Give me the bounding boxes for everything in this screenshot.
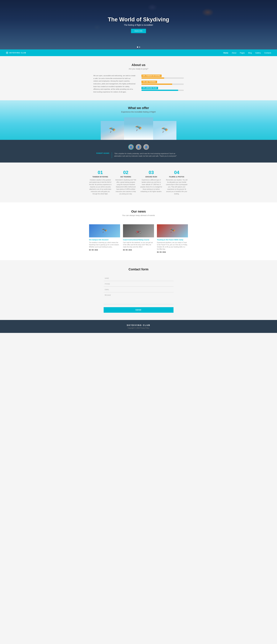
news-date-3: 08 / 09 / 2016 bbox=[157, 251, 188, 253]
service-iad: 02 IAD TRAINING Interested in skydiving … bbox=[115, 170, 137, 195]
message-field[interactable] bbox=[104, 293, 173, 304]
navbar: ✦ SKYDIVING CLUB Home About Pages Blog G… bbox=[0, 50, 277, 56]
bar-tandem-fill bbox=[141, 78, 164, 79]
hero-dot-2[interactable] bbox=[139, 46, 140, 48]
service-number-4: 04 bbox=[165, 170, 188, 175]
nav-about[interactable]: About bbox=[232, 52, 236, 54]
service-desc-2: Interested in skydiving solo? We offer a… bbox=[115, 179, 137, 195]
service-number-3: 03 bbox=[140, 170, 163, 175]
bar-iad-fill bbox=[141, 84, 172, 85]
hero-subtitle: The feeling of flight is incredible! bbox=[108, 24, 169, 26]
skydiver-icon-2: 🪂 bbox=[135, 125, 142, 132]
footer-brand: SKYDIVING CLUB bbox=[6, 324, 271, 326]
testimonial-quote: "Did a skydive for charity yesterday, an… bbox=[114, 152, 181, 158]
service-title-2: IAD TRAINING bbox=[115, 176, 137, 178]
skydiver-icon-3: 🪂 bbox=[161, 127, 168, 134]
service-desc-1: A tandem skydive is the quickest and eas… bbox=[89, 179, 112, 195]
about-text: We are open, accessible and welcoming, w… bbox=[93, 74, 136, 93]
hero-dots bbox=[137, 46, 140, 48]
news-date-1: 08 / 09 / 2016 bbox=[89, 249, 120, 251]
footer-copy: Copyright © | 2016 Privacy Policy bbox=[6, 327, 271, 329]
bar-ground: 87% GROUND RUSH bbox=[141, 86, 184, 91]
contact-form: SEND bbox=[104, 276, 173, 313]
avatar-3[interactable]: 👤 bbox=[143, 144, 149, 150]
news-image-3: 🪂 bbox=[157, 224, 188, 238]
news-desc-2: Can't wait for the weekend, so you can g… bbox=[123, 242, 154, 248]
news-card-1: 🪂 On-Campus Info Session! The weather is… bbox=[89, 224, 120, 253]
testimonial-section: 👤 👤 👤 ROBERT ADAMS "Did a skydive for ch… bbox=[0, 140, 277, 162]
about-section: About us Are you ready to jump? We are o… bbox=[0, 56, 277, 100]
services-section: 01 TANDEM SKYDIVING A tandem skydive is … bbox=[0, 162, 277, 202]
about-content: We are open, accessible and welcoming, w… bbox=[93, 74, 184, 93]
news-title-2[interactable]: Coach Instructional Rating Course bbox=[123, 239, 154, 240]
bar-iad: 73% IAD TRAINING bbox=[141, 80, 184, 85]
about-subtitle: Are you ready to jump? bbox=[129, 68, 148, 70]
navbar-brand: ✦ SKYDIVING CLUB bbox=[6, 52, 26, 54]
service-title-3: GROUND RUSH bbox=[140, 176, 163, 178]
service-title-1: TANDEM SKYDIVING bbox=[89, 176, 112, 178]
services-grid: 01 TANDEM SKYDIVING A tandem skydive is … bbox=[89, 170, 188, 195]
hero-content: The World of Skydiving The feeling of fl… bbox=[108, 16, 169, 33]
news-grid: 🪂 On-Campus Info Session! The weather is… bbox=[89, 224, 188, 253]
news-desc-1: The weather is warming up, which means t… bbox=[89, 242, 120, 248]
offer-image-3: 🪂 bbox=[153, 121, 176, 140]
service-filming: 04 FILMING & PHOTOS Remember your skydiv… bbox=[165, 170, 188, 195]
news-date-2: 08 / 09 / 2016 bbox=[123, 249, 154, 251]
email-field[interactable] bbox=[104, 287, 173, 292]
bar-ground-fill bbox=[141, 90, 178, 91]
news-card-3: 🪂 Tracking to the Future Skills Camp Exp… bbox=[157, 224, 188, 253]
nav-blog[interactable]: Blog bbox=[248, 52, 252, 54]
nav-pages[interactable]: Pages bbox=[240, 52, 245, 54]
bar-ground-label: 87% GROUND RUSH bbox=[141, 87, 158, 89]
offer-image-1: 🪂 bbox=[101, 121, 124, 140]
news-image-2: 🏍️ bbox=[123, 224, 154, 238]
avatar-1[interactable]: 👤 bbox=[128, 144, 134, 150]
skydiver-icon-1: 🪂 bbox=[109, 127, 116, 134]
offer-title: What we offer bbox=[6, 106, 271, 110]
nav-gallery[interactable]: Gallery bbox=[255, 52, 261, 54]
testimonial-avatars: 👤 👤 👤 bbox=[6, 144, 271, 150]
name-field[interactable] bbox=[104, 276, 173, 281]
brand-label: SKYDIVING CLUB bbox=[9, 52, 26, 54]
news-image-1: 🪂 bbox=[89, 224, 120, 238]
service-number-2: 02 bbox=[115, 170, 137, 175]
service-tandem: 01 TANDEM SKYDIVING A tandem skydive is … bbox=[89, 170, 112, 195]
news-subtitle: You can always keep abreast of events bbox=[122, 214, 155, 216]
news-title-3[interactable]: Tracking to the Future Skills Camp bbox=[157, 239, 188, 240]
service-title-4: FILMING & PHOTOS bbox=[165, 176, 188, 178]
nav-contacts[interactable]: Contacts bbox=[264, 52, 271, 54]
bar-tandem: 54% TANDEM SKYDIVING bbox=[141, 74, 184, 79]
hero-title: The World of Skydiving bbox=[108, 16, 169, 23]
phone-field[interactable] bbox=[104, 281, 173, 287]
bar-iad-label: 73% IAD TRAINING bbox=[141, 81, 157, 83]
news-title-1[interactable]: On-Campus Info Session! bbox=[89, 239, 120, 240]
avatar-2[interactable]: 👤 bbox=[136, 144, 141, 150]
testimonial-name: ROBERT ADAMS bbox=[96, 152, 109, 154]
bar-iad-track bbox=[141, 84, 184, 85]
navbar-nav: Home About Pages Blog Gallery Contacts bbox=[223, 52, 271, 54]
service-desc-4: Remember your skydive. You will be alloc… bbox=[165, 179, 188, 195]
nav-home[interactable]: Home bbox=[223, 52, 228, 54]
service-ground: 03 GROUND RUSH Experience a different ty… bbox=[140, 170, 163, 195]
bar-tandem-track bbox=[141, 78, 184, 79]
contact-section: Contact form SEND bbox=[0, 260, 277, 320]
service-desc-3: Experience a different type of tandem wh… bbox=[140, 179, 163, 193]
brand-icon: ✦ bbox=[6, 52, 9, 54]
send-button[interactable]: SEND bbox=[104, 307, 173, 313]
news-card-2: 🏍️ Coach Instructional Rating Course Can… bbox=[123, 224, 154, 253]
news-title: Our news bbox=[131, 210, 146, 214]
offer-images: 🪂 🪂 🪂 bbox=[6, 117, 271, 140]
contact-title: Contact form bbox=[129, 268, 148, 271]
news-section: Our news You can always keep abreast of … bbox=[0, 202, 277, 260]
news-desc-3: Experienced skydivers, are you ready to … bbox=[157, 242, 188, 250]
offer-section: What we offer Experience the incredible … bbox=[0, 100, 277, 140]
testimonial-body: ROBERT ADAMS "Did a skydive for charity … bbox=[96, 152, 181, 158]
offer-image-2: 🪂 bbox=[124, 117, 153, 140]
bar-ground-track bbox=[141, 90, 184, 91]
more-info-button[interactable]: more info bbox=[131, 29, 146, 33]
about-title: About us bbox=[132, 63, 145, 67]
about-bars: 54% TANDEM SKYDIVING 73% IAD TRAINING 87… bbox=[141, 74, 184, 93]
hero-section: The World of Skydiving The feeling of fl… bbox=[0, 0, 277, 50]
hero-dot-1[interactable] bbox=[137, 46, 138, 48]
offer-subtitle: Experience the incredible feeling of fli… bbox=[6, 111, 271, 113]
